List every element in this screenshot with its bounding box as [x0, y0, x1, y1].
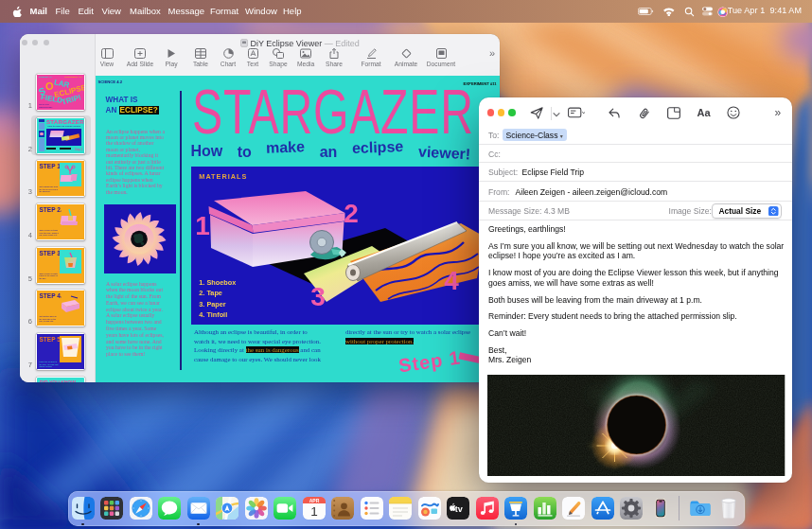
svg-text:APR: APR: [309, 497, 319, 503]
svg-text:tv: tv: [455, 503, 463, 513]
svg-text:1: 1: [310, 503, 318, 518]
